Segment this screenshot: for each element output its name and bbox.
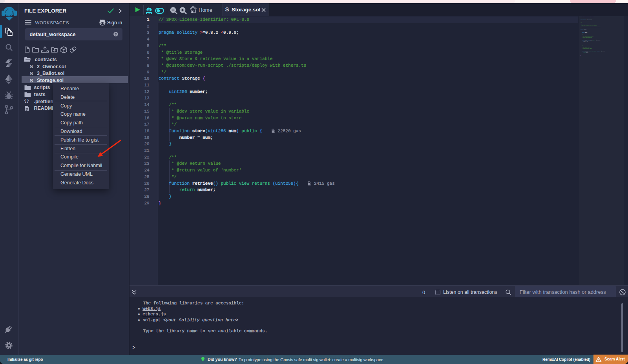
svg-text:S: S (29, 64, 33, 69)
svg-text:S: S (29, 78, 33, 84)
svg-text:S: S (29, 71, 33, 76)
